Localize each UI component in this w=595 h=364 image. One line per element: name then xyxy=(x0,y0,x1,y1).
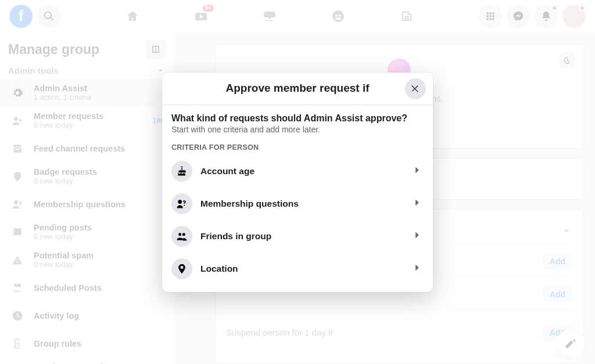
chevron-right-icon xyxy=(411,261,424,274)
close-icon xyxy=(410,84,421,94)
location-icon xyxy=(176,263,188,275)
criteria-label: Membership questions xyxy=(200,199,299,209)
modal-question: What kind of requests should Admin Assis… xyxy=(171,113,424,124)
criteria-account-age[interactable]: Account age xyxy=(171,155,424,188)
modal-body: What kind of requests should Admin Assis… xyxy=(162,105,433,292)
approve-criteria-modal: Approve member request if What kind of r… xyxy=(162,73,433,292)
questionnaire-icon xyxy=(176,198,188,210)
modal-header: Approve member request if xyxy=(162,73,433,105)
criteria-label: Account age xyxy=(200,166,255,176)
modal-hint: Start with one criteria and add more lat… xyxy=(171,125,424,134)
friends-icon xyxy=(176,230,188,242)
criteria-location[interactable]: Location xyxy=(171,253,424,290)
modal-close-button[interactable] xyxy=(405,78,426,99)
chevron-right-icon xyxy=(411,229,424,242)
cake-icon xyxy=(176,165,188,177)
criteria-label: Friends in group xyxy=(200,231,271,242)
criteria-membership-questions[interactable]: Membership questions xyxy=(171,188,424,220)
modal-section-heading: CRITERIA FOR PERSON xyxy=(171,143,424,152)
chevron-right-icon xyxy=(411,164,424,176)
criteria-label: Location xyxy=(200,264,238,274)
chevron-right-icon xyxy=(411,196,424,209)
criteria-friends-in-group[interactable]: Friends in group xyxy=(171,220,424,253)
modal-title: Approve member request if xyxy=(225,82,369,95)
